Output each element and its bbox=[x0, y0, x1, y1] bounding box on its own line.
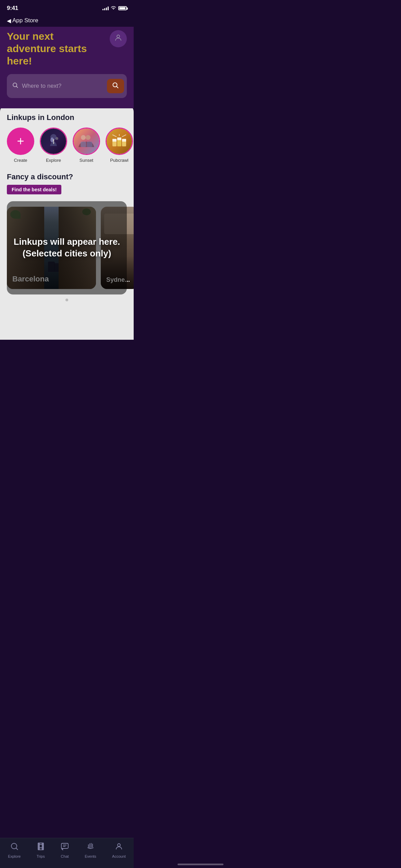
linkups-section-title: Linkups in London bbox=[0, 113, 134, 122]
svg-line-4 bbox=[117, 86, 118, 88]
svg-rect-18 bbox=[117, 137, 121, 140]
back-arrow-icon: ◀ bbox=[7, 17, 11, 24]
create-label: Create bbox=[14, 158, 27, 163]
svg-point-10 bbox=[81, 135, 86, 140]
city-cards-wrapper: Barcelona Sydne... Linkups will appear h… bbox=[0, 201, 134, 294]
svg-line-20 bbox=[112, 135, 117, 137]
pubcrawl-circle-avatar bbox=[106, 128, 133, 155]
status-bar: 9:41 bbox=[0, 0, 134, 14]
signal-icon bbox=[102, 6, 109, 10]
svg-point-9 bbox=[56, 137, 58, 140]
explore-circle-avatar bbox=[40, 128, 67, 155]
svg-point-0 bbox=[117, 35, 120, 38]
avatar-icon bbox=[114, 34, 122, 44]
header-title: Your next adventure starts here! bbox=[7, 30, 110, 67]
back-label: App Store bbox=[12, 17, 38, 24]
app-store-back[interactable]: ◀ App Store bbox=[0, 14, 134, 27]
battery-icon bbox=[118, 6, 127, 10]
overlay-message: Linkups will appear here.(Selected citie… bbox=[9, 236, 125, 260]
sunset-circle-avatar bbox=[73, 128, 100, 155]
plus-icon: + bbox=[17, 135, 24, 147]
svg-rect-7 bbox=[53, 141, 54, 144]
discount-title: Fancy a discount? bbox=[7, 172, 127, 181]
circle-explore[interactable]: Explore bbox=[40, 128, 67, 163]
pagination bbox=[0, 294, 134, 305]
svg-point-3 bbox=[113, 83, 117, 87]
svg-line-2 bbox=[16, 86, 18, 88]
bottom-spacer bbox=[0, 305, 134, 340]
overlay-container: Linkups will appear here.(Selected citie… bbox=[7, 201, 127, 294]
search-button[interactable] bbox=[107, 79, 124, 93]
status-icons bbox=[102, 5, 127, 11]
svg-rect-12 bbox=[81, 142, 86, 147]
pagination-dot bbox=[65, 299, 68, 301]
svg-point-8 bbox=[53, 139, 54, 141]
main-content: Linkups in London + Create bbox=[0, 105, 134, 340]
discount-section: Fancy a discount? Find the best deals! bbox=[0, 172, 134, 194]
header-top: Your next adventure starts here! bbox=[7, 30, 127, 67]
wifi-icon bbox=[111, 5, 116, 11]
discount-badge[interactable]: Find the best deals! bbox=[7, 185, 61, 194]
pubcrawl-label: Pubcrawl bbox=[110, 158, 128, 163]
search-icon-left bbox=[12, 82, 19, 90]
explore-label: Explore bbox=[46, 158, 61, 163]
search-btn-icon bbox=[112, 82, 119, 91]
svg-point-1 bbox=[13, 83, 17, 87]
status-time: 9:41 bbox=[7, 5, 18, 12]
search-bar[interactable]: Where to next? bbox=[7, 74, 127, 98]
circle-pubcrawl[interactable]: Pubcrawl bbox=[106, 128, 133, 163]
svg-rect-19 bbox=[122, 139, 126, 142]
circles-scroll: + Create Explore bbox=[0, 128, 134, 163]
circle-create[interactable]: + Create bbox=[7, 128, 34, 163]
circle-sunset[interactable]: Sunset bbox=[73, 128, 100, 163]
search-placeholder: Where to next? bbox=[22, 83, 104, 89]
svg-line-22 bbox=[122, 135, 126, 137]
svg-rect-17 bbox=[112, 139, 117, 142]
avatar-button[interactable] bbox=[110, 30, 127, 47]
header-section: Your next adventure starts here! Where t… bbox=[0, 27, 134, 108]
svg-rect-13 bbox=[87, 142, 92, 147]
sunset-label: Sunset bbox=[80, 158, 93, 163]
svg-point-11 bbox=[86, 135, 90, 140]
create-circle-avatar: + bbox=[7, 128, 34, 155]
